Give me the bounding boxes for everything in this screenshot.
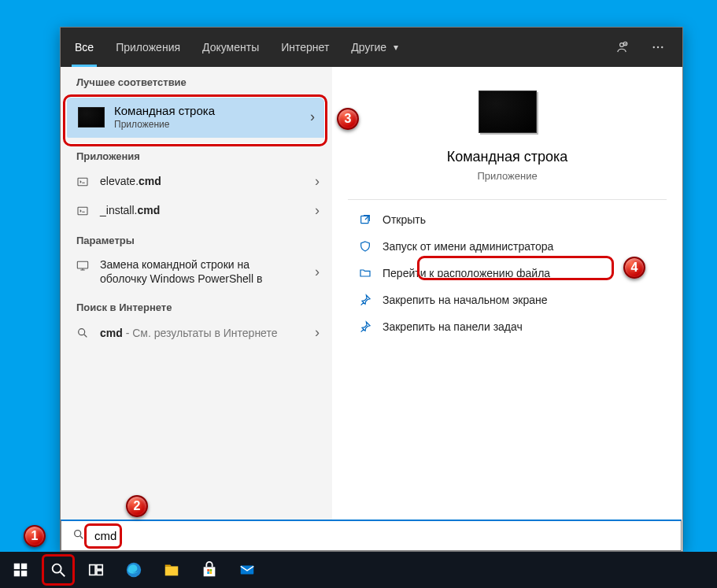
- svg-rect-20: [165, 566, 179, 575]
- shield-icon: [356, 240, 375, 253]
- svg-rect-26: [241, 566, 254, 575]
- action-run-as-admin[interactable]: Запуск от имени администратора: [348, 233, 667, 260]
- tab-documents[interactable]: Документы: [191, 28, 270, 67]
- search-panel: Все Приложения Документы Интернет Другие…: [60, 27, 683, 552]
- result-text: elevate.cmd: [100, 174, 161, 188]
- svg-rect-14: [21, 571, 27, 576]
- svg-point-2: [653, 46, 655, 48]
- action-label: Закрепить на панели задач: [383, 320, 523, 333]
- pin-icon: [356, 320, 375, 333]
- taskbar: [0, 552, 717, 588]
- open-icon: [356, 213, 375, 226]
- svg-point-10: [75, 531, 81, 537]
- action-label: Перейти к расположению файла: [383, 267, 550, 279]
- search-tabs: Все Приложения Документы Интернет Другие: [61, 28, 682, 67]
- section-web: Поиск в Интернете: [61, 292, 332, 318]
- chevron-right-icon: ›: [310, 109, 315, 125]
- svg-rect-12: [21, 564, 27, 569]
- search-icon: [75, 327, 91, 339]
- script-icon: [75, 205, 91, 217]
- taskbar-edge[interactable]: [115, 552, 153, 588]
- section-apps: Приложения: [61, 141, 332, 167]
- svg-rect-7: [77, 261, 87, 268]
- svg-point-8: [79, 329, 85, 335]
- action-label: Открыть: [383, 213, 426, 226]
- taskbar-mail[interactable]: [228, 552, 266, 588]
- action-pin-taskbar[interactable]: Закрепить на панели задач: [348, 313, 667, 340]
- section-best-match: Лучшее соответствие: [61, 67, 332, 93]
- preview-pane: Командная строка Приложение Открыть Запу…: [332, 67, 682, 551]
- best-match-title: Командная строка: [114, 104, 215, 117]
- pin-icon: [356, 294, 375, 306]
- separator: [348, 199, 667, 200]
- svg-rect-24: [207, 571, 209, 574]
- result-text: _install.cmd: [100, 203, 160, 217]
- settings-result[interactable]: Замена командной строки на оболочку Wind…: [61, 251, 332, 292]
- section-settings: Параметры: [61, 225, 332, 251]
- preview-title: Командная строка: [348, 149, 667, 165]
- action-open[interactable]: Открыть: [348, 206, 667, 233]
- svg-point-3: [657, 46, 659, 48]
- svg-rect-17: [97, 565, 102, 570]
- svg-rect-21: [204, 567, 216, 576]
- svg-rect-23: [209, 569, 212, 571]
- action-list: Открыть Запуск от имени администратора П…: [348, 206, 667, 340]
- preview-subtitle: Приложение: [348, 170, 667, 182]
- svg-rect-18: [97, 571, 102, 575]
- svg-rect-25: [209, 571, 212, 574]
- taskbar-explorer[interactable]: [153, 552, 190, 588]
- svg-rect-6: [78, 207, 87, 214]
- tab-web[interactable]: Интернет: [270, 28, 340, 67]
- search-body: Лучшее соответствие Командная строка При…: [61, 67, 682, 551]
- best-match-subtitle: Приложение: [114, 119, 215, 130]
- annotation-badge-1: 1: [24, 525, 46, 547]
- svg-rect-16: [90, 565, 95, 575]
- search-input[interactable]: [93, 528, 681, 543]
- chevron-right-icon: ›: [315, 324, 323, 341]
- start-button[interactable]: [2, 552, 39, 588]
- action-pin-start[interactable]: Закрепить на начальном экране: [348, 287, 667, 313]
- result-text: cmd - См. результаты в Интернете: [100, 326, 277, 340]
- cmd-icon: [78, 107, 105, 128]
- svg-rect-11: [14, 564, 20, 569]
- result-text: Замена командной строки на оболочку Wind…: [100, 257, 297, 286]
- web-result[interactable]: cmd - См. результаты в Интернете ›: [61, 318, 332, 347]
- svg-rect-13: [14, 571, 20, 576]
- best-match-item[interactable]: Командная строка Приложение ›: [67, 96, 326, 138]
- more-icon[interactable]: [640, 28, 676, 67]
- chevron-right-icon: ›: [315, 264, 323, 280]
- settings-icon: [75, 259, 91, 272]
- account-icon[interactable]: [604, 28, 640, 67]
- tab-more[interactable]: Другие: [340, 28, 409, 67]
- tab-all[interactable]: Все: [64, 28, 105, 67]
- folder-icon: [356, 267, 375, 279]
- chevron-right-icon: ›: [315, 173, 323, 190]
- svg-rect-5: [78, 178, 87, 185]
- results-column: Лучшее соответствие Командная строка При…: [61, 67, 332, 551]
- svg-point-4: [661, 46, 663, 48]
- taskbar-store[interactable]: [190, 552, 228, 588]
- app-result-install[interactable]: _install.cmd ›: [61, 196, 332, 225]
- script-icon: [75, 176, 91, 188]
- search-icon: [72, 528, 85, 543]
- tab-apps[interactable]: Приложения: [105, 28, 191, 67]
- cmd-large-icon: [479, 91, 537, 133]
- action-open-location[interactable]: Перейти к расположению файла: [348, 260, 667, 287]
- svg-rect-22: [207, 569, 209, 571]
- chevron-right-icon: ›: [315, 202, 323, 219]
- action-label: Закрепить на начальном экране: [383, 294, 548, 306]
- svg-point-15: [53, 564, 61, 573]
- app-result-elevate[interactable]: elevate.cmd ›: [61, 167, 332, 196]
- taskbar-search-button[interactable]: [39, 552, 77, 588]
- search-input-row: [61, 520, 682, 551]
- action-label: Запуск от имени администратора: [383, 240, 553, 253]
- taskbar-task-view[interactable]: [77, 552, 115, 588]
